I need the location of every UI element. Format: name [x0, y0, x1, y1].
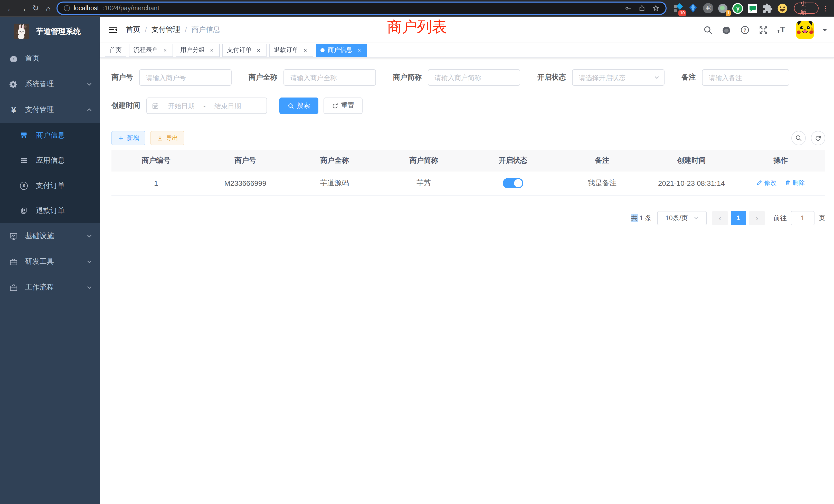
sidebar-item-app-info[interactable]: 应用信息	[0, 148, 100, 173]
sidebar-item-label: 首页	[25, 54, 40, 63]
avatar-caret-icon[interactable]	[823, 29, 827, 33]
tag-user-group[interactable]: 用户分组 ×	[176, 43, 220, 57]
cell-actions: 修改 删除	[736, 171, 826, 195]
tag-process-form[interactable]: 流程表单 ×	[129, 43, 173, 57]
tag-merchant-info[interactable]: 商户信息 ×	[316, 43, 367, 57]
help-icon[interactable]: ?	[740, 25, 750, 35]
reset-button[interactable]: 重置	[324, 97, 363, 114]
breadcrumb-payment[interactable]: 支付管理	[152, 25, 180, 35]
date-range-picker[interactable]: -	[146, 97, 267, 114]
date-separator: -	[203, 102, 206, 110]
font-size-icon[interactable]: TT	[777, 26, 785, 34]
tag-close-icon[interactable]: ×	[208, 47, 215, 53]
browser-forward-button[interactable]: →	[17, 2, 29, 15]
sidebar-item-merchant-info[interactable]: 商户信息	[0, 123, 100, 148]
filter-full-name: 商户全称	[248, 69, 376, 86]
extension-tasks-icon[interactable]: 10	[673, 3, 684, 14]
address-bar[interactable]: ⓘ localhost:1024/pay/merchant	[57, 2, 667, 15]
sidebar-item-label: 研发工具	[25, 257, 54, 266]
status-select[interactable]	[572, 69, 664, 86]
extension-badge: 10	[678, 10, 686, 16]
add-button[interactable]: 新增	[111, 131, 145, 145]
sidebar-item-home[interactable]: 首页	[0, 46, 100, 71]
goto-page: 前往 页	[773, 211, 825, 225]
user-avatar[interactable]	[796, 21, 814, 39]
extensions-puzzle-icon[interactable]	[762, 3, 773, 14]
header-search-icon[interactable]	[703, 25, 713, 35]
search-button[interactable]: 搜索	[279, 97, 319, 114]
extension-gem-icon[interactable]	[688, 3, 699, 14]
edit-link[interactable]: 修改	[756, 179, 776, 187]
table-header-row: 商户编号 商户号 商户全称 商户简称 开启状态 备注 创建时间 操作	[111, 151, 825, 171]
extension-chat-icon[interactable]	[747, 3, 758, 14]
merchant-no-input[interactable]	[139, 69, 232, 86]
short-name-input[interactable]	[428, 69, 520, 86]
extension-command-icon[interactable]: ⌘	[703, 3, 714, 14]
cell-created-at: 2021-10-23 08:31:14	[647, 171, 736, 195]
start-date-input[interactable]	[161, 102, 201, 110]
status-toggle[interactable]	[503, 178, 523, 188]
sidebar-item-refund-order[interactable]: 退款订单	[0, 198, 100, 223]
toggle-search-button[interactable]	[791, 131, 806, 145]
tag-home[interactable]: 首页	[105, 43, 126, 57]
browser-reload-button[interactable]: ↻	[29, 2, 42, 15]
cell-merchant-id: 1	[111, 171, 201, 195]
sidebar-item-pay-order[interactable]: ¥ 支付订单	[0, 173, 100, 198]
goto-page-input[interactable]	[791, 211, 814, 225]
full-name-input[interactable]	[284, 69, 376, 86]
col-short-name: 商户简称	[379, 151, 468, 171]
sidebar-item-label: 应用信息	[36, 156, 65, 165]
filter-label: 商户简称	[393, 73, 422, 82]
breadcrumb-home[interactable]: 首页	[126, 25, 140, 35]
chevron-down-icon	[86, 81, 92, 87]
prev-page-button[interactable]: ‹	[712, 211, 728, 225]
filter-merchant-no: 商户号	[111, 69, 232, 86]
site-info-icon[interactable]: ⓘ	[64, 4, 70, 13]
sidebar-item-dev-tools[interactable]: 研发工具	[0, 249, 100, 275]
filter-create-time: 创建时间 -	[111, 97, 267, 114]
tag-close-icon[interactable]: ×	[255, 47, 262, 53]
page-size-select[interactable]: 10条/页	[657, 211, 707, 225]
share-icon[interactable]	[639, 5, 646, 12]
sidebar-item-label: 支付管理	[25, 105, 54, 114]
sidebar-logo[interactable]: 芋道管理系统	[0, 17, 100, 46]
extension-y-icon[interactable]: y	[732, 3, 743, 14]
browser-home-button[interactable]: ⌂	[42, 2, 54, 15]
remark-input[interactable]	[702, 69, 789, 86]
github-icon[interactable]	[722, 25, 731, 35]
bookmark-star-icon[interactable]	[653, 5, 660, 12]
table-toolbar: 新增 导出	[111, 131, 825, 145]
current-page-button[interactable]: 1	[731, 211, 746, 225]
profile-emoji-avatar[interactable]	[777, 3, 788, 14]
yen-icon: ¥	[9, 106, 18, 114]
col-remark: 备注	[558, 151, 647, 171]
sidebar-item-system[interactable]: 系统管理	[0, 71, 100, 97]
chrome-update-button[interactable]: 更新	[794, 3, 818, 14]
tag-pay-order[interactable]: 支付订单 ×	[222, 43, 266, 57]
tag-close-icon[interactable]: ×	[356, 47, 363, 53]
refresh-button[interactable]	[811, 131, 825, 145]
sidebar-collapse-icon[interactable]	[100, 17, 126, 43]
pagination-total: 共 1 条	[631, 213, 652, 223]
fullscreen-icon[interactable]	[759, 25, 768, 35]
col-merchant-id: 商户编号	[111, 151, 201, 171]
browser-menu-icon[interactable]: ⋮	[822, 4, 829, 12]
end-date-input[interactable]	[208, 102, 248, 110]
next-page-button[interactable]: ›	[749, 211, 765, 225]
sidebar-item-workflow[interactable]: 工作流程	[0, 275, 100, 300]
extension-badge: 1	[725, 10, 731, 16]
sidebar-item-payment[interactable]: ¥ 支付管理	[0, 97, 100, 123]
browser-back-button[interactable]: ←	[4, 2, 17, 15]
annotation-title: 商户列表	[387, 17, 447, 38]
tag-close-icon[interactable]: ×	[302, 47, 309, 53]
export-button[interactable]: 导出	[151, 131, 184, 145]
extension-circle-icon[interactable]: 1	[718, 3, 728, 14]
sidebar-item-label: 商户信息	[36, 131, 65, 140]
sidebar-item-infrastructure[interactable]: 基础设施	[0, 223, 100, 249]
tag-refund-order[interactable]: 退款订单 ×	[269, 43, 313, 57]
password-key-icon[interactable]	[625, 5, 632, 12]
delete-link[interactable]: 删除	[785, 179, 805, 187]
cell-short-name: 芋艿	[379, 171, 468, 195]
tag-close-icon[interactable]: ×	[162, 47, 169, 53]
breadcrumb-separator: /	[145, 26, 147, 34]
